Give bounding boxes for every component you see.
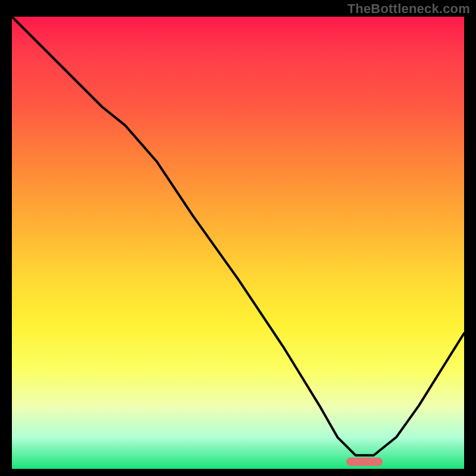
- chart-stage: TheBottleneck.com: [0, 0, 476, 476]
- plot-area: [12, 17, 464, 469]
- watermark-text: TheBottleneck.com: [347, 1, 470, 17]
- curve-path: [12, 17, 464, 455]
- highlight-marker: [346, 458, 383, 466]
- line-series: [12, 17, 464, 469]
